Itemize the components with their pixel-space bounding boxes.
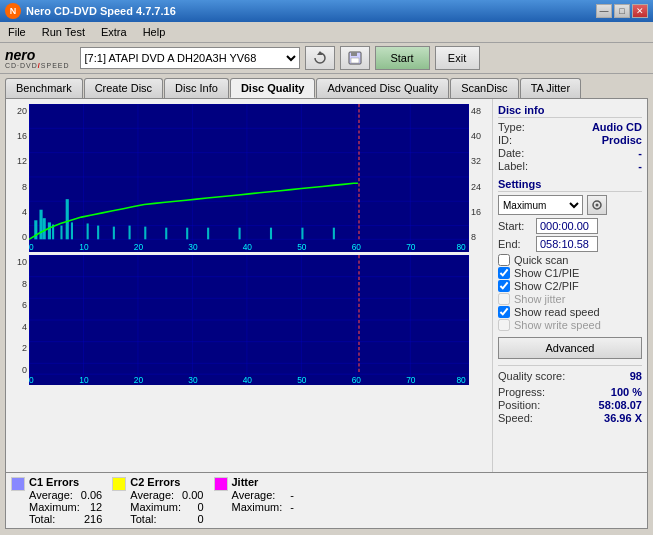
svg-text:50: 50 xyxy=(297,242,307,252)
speed-row: Speed: 36.96 X xyxy=(498,412,642,424)
quality-score-row: Quality score: 98 xyxy=(498,370,642,382)
svg-rect-37 xyxy=(239,228,241,240)
jitter-max-value: - xyxy=(290,501,294,513)
jitter-stats: Jitter Average: - Maximum: - xyxy=(232,476,294,513)
menu-file[interactable]: File xyxy=(0,24,34,40)
tab-ta-jitter[interactable]: TA Jitter xyxy=(520,78,582,98)
c2-total-label: Total: xyxy=(130,513,156,525)
show-c2pif-label: Show C2/PIF xyxy=(514,280,579,292)
tab-scan-disc[interactable]: ScanDisc xyxy=(450,78,518,98)
menu-extra[interactable]: Extra xyxy=(93,24,135,40)
app-icon: N xyxy=(5,3,21,19)
label-label: Label: xyxy=(498,160,528,172)
start-time-row: Start: 000:00.00 xyxy=(498,218,642,234)
menu-help[interactable]: Help xyxy=(135,24,174,40)
disc-info-section: Disc info Type: Audio CD ID: Prodisc Dat… xyxy=(498,104,642,172)
tab-disc-info[interactable]: Disc Info xyxy=(164,78,229,98)
speed-selector[interactable]: Maximum xyxy=(498,195,583,215)
drive-selector[interactable]: [7:1] ATAPI DVD A DH20A3H YV68 xyxy=(80,47,300,69)
show-write-speed-checkbox[interactable] xyxy=(498,319,510,331)
id-label: ID: xyxy=(498,134,512,146)
window-title: Nero CD-DVD Speed 4.7.7.16 xyxy=(26,5,176,17)
settings-title: Settings xyxy=(498,178,642,192)
svg-text:60: 60 xyxy=(352,242,362,252)
toolbar: nero CD·DVD/SPEED [7:1] ATAPI DVD A DH20… xyxy=(0,43,653,74)
jitter-avg-value: - xyxy=(290,489,294,501)
advanced-button[interactable]: Advanced xyxy=(498,337,642,359)
title-bar: N Nero CD-DVD Speed 4.7.7.16 — □ ✕ xyxy=(0,0,653,22)
svg-rect-28 xyxy=(71,222,73,239)
nero-logo: nero CD·DVD/SPEED xyxy=(5,48,70,69)
svg-rect-32 xyxy=(129,226,131,240)
speed-setting-row: Maximum xyxy=(498,195,642,215)
bottom-chart-container: 10 8 6 4 2 0 xyxy=(11,255,487,385)
show-c1pie-row: Show C1/PIE xyxy=(498,267,642,279)
svg-text:50: 50 xyxy=(297,375,307,385)
id-row: ID: Prodisc xyxy=(498,134,642,146)
y-axis-left-bottom: 10 8 6 4 2 0 xyxy=(11,255,29,385)
id-value: Prodisc xyxy=(602,134,642,146)
svg-point-77 xyxy=(596,204,599,207)
c2-color xyxy=(112,477,126,491)
svg-rect-38 xyxy=(270,228,272,240)
c2-max-label: Maximum: xyxy=(130,501,181,513)
legend-area: C1 Errors Average: 0.06 Maximum: 12 Tota… xyxy=(5,473,648,529)
svg-rect-30 xyxy=(97,226,99,240)
show-write-speed-label: Show write speed xyxy=(514,319,601,331)
tab-disc-quality[interactable]: Disc Quality xyxy=(230,78,316,98)
y-axis-left-top: 20 16 12 8 4 0 xyxy=(11,104,29,252)
progress-value: 100 % xyxy=(611,386,642,398)
c2-avg-label: Average: xyxy=(130,489,174,501)
tab-create-disc[interactable]: Create Disc xyxy=(84,78,163,98)
label-row: Label: - xyxy=(498,160,642,172)
end-label: End: xyxy=(498,238,536,250)
refresh-button[interactable] xyxy=(305,46,335,70)
tab-advanced-disc-quality[interactable]: Advanced Disc Quality xyxy=(316,78,449,98)
main-area: 20 16 12 8 4 0 xyxy=(5,98,648,473)
svg-text:20: 20 xyxy=(134,375,144,385)
close-button[interactable]: ✕ xyxy=(632,4,648,18)
position-row: Position: 58:08.07 xyxy=(498,399,642,411)
quality-score-value: 98 xyxy=(630,370,642,382)
top-chart-container: 20 16 12 8 4 0 xyxy=(11,104,487,252)
save-button[interactable] xyxy=(340,46,370,70)
svg-rect-33 xyxy=(144,227,146,240)
svg-text:80: 80 xyxy=(456,242,466,252)
svg-text:60: 60 xyxy=(352,375,362,385)
show-jitter-checkbox[interactable] xyxy=(498,293,510,305)
svg-rect-31 xyxy=(113,227,115,240)
quick-scan-label: Quick scan xyxy=(514,254,568,266)
svg-text:0: 0 xyxy=(29,375,34,385)
label-value: - xyxy=(638,160,642,172)
c1-label: C1 Errors xyxy=(29,476,102,488)
start-button[interactable]: Start xyxy=(375,46,430,70)
c2-stats: C2 Errors Average: 0.00 Maximum: 0 Total… xyxy=(130,476,203,525)
end-value: 058:10.58 xyxy=(536,236,598,252)
chart-area: 20 16 12 8 4 0 xyxy=(6,99,492,472)
settings-section: Settings Maximum Start: 000:00.00 End: 0… xyxy=(498,178,642,359)
legend-jitter: Jitter Average: - Maximum: - xyxy=(214,476,294,525)
svg-rect-26 xyxy=(60,226,62,240)
jitter-label: Jitter xyxy=(232,476,294,488)
minimize-button[interactable]: — xyxy=(596,4,612,18)
show-read-speed-checkbox[interactable] xyxy=(498,306,510,318)
svg-rect-36 xyxy=(207,228,209,240)
maximize-button[interactable]: □ xyxy=(614,4,630,18)
svg-text:30: 30 xyxy=(188,375,198,385)
show-c2pif-checkbox[interactable] xyxy=(498,280,510,292)
show-c1pie-checkbox[interactable] xyxy=(498,267,510,279)
exit-button[interactable]: Exit xyxy=(435,46,480,70)
svg-rect-35 xyxy=(186,228,188,240)
date-value: - xyxy=(638,147,642,159)
position-value: 58:08.07 xyxy=(599,399,642,411)
tab-benchmark[interactable]: Benchmark xyxy=(5,78,83,98)
svg-rect-23 xyxy=(43,218,46,239)
jitter-color xyxy=(214,477,228,491)
jitter-max-label: Maximum: xyxy=(232,501,283,513)
svg-rect-24 xyxy=(48,222,51,239)
menu-run-test[interactable]: Run Test xyxy=(34,24,93,40)
quick-scan-row: Quick scan xyxy=(498,254,642,266)
quick-scan-checkbox[interactable] xyxy=(498,254,510,266)
settings-config-button[interactable] xyxy=(587,195,607,215)
quality-score-label: Quality score: xyxy=(498,370,565,382)
